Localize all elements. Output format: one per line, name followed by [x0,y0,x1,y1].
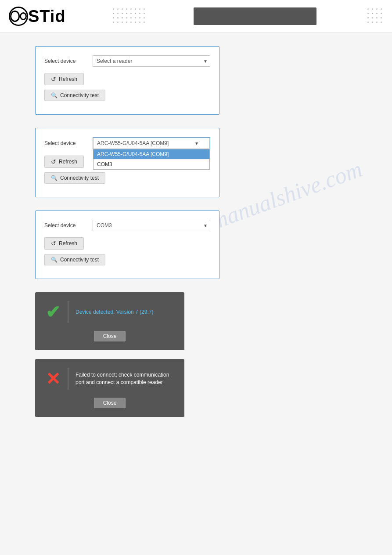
dialog-success-close-button[interactable]: Close [94,331,126,341]
panel-2-connectivity-button[interactable]: 🔍 Connectivity test [44,172,105,184]
panel-1-refresh-row: Refresh [44,73,210,85]
panel-3-refresh-row: Refresh [44,237,210,250]
panel-3-select[interactable]: COM3 [93,220,210,231]
panel-2-select-arrow: ▼ [194,141,199,146]
refresh-icon-2 [51,158,56,165]
header: STid [0,0,392,33]
dialog-error-divider [68,368,68,390]
logo-text: STid [28,7,66,26]
panel-3-select-wrapper: COM3 ▼ [93,220,210,231]
panel-2-refresh-label: Refresh [59,159,77,165]
dialog-error-content: ✕ Failed to connect; check communication… [46,368,174,390]
panel-3: Select device COM3 ▼ Refresh 🔍 Connectiv… [35,210,219,279]
logo-area: STid [9,7,66,26]
dialog-success: ✔ Device detected: Version 7 (29.7) Clos… [35,292,184,350]
dialog-success-divider [68,301,68,323]
panel-2: Select device ARC-W55-G/U04-5AA [COM9] ▼… [35,128,219,197]
panel-2-select-wrapper: ARC-W55-G/U04-5AA [COM9] ▼ ARC-W55-G/U04… [93,137,210,149]
panel-2-refresh-button[interactable]: Refresh [44,156,84,168]
panel-2-connectivity-row: 🔍 Connectivity test [44,172,210,184]
search-icon: 🔍 [51,92,58,98]
panel-3-label: Select device [44,222,88,229]
panel-3-refresh-button[interactable]: Refresh [44,237,84,250]
dialog-error-message: Failed to connect; check communication p… [76,371,174,386]
panel-2-device-row: Select device ARC-W55-G/U04-5AA [COM9] ▼… [44,137,210,149]
panel-1-label: Select device [44,58,88,64]
refresh-icon-3 [51,240,56,247]
panel-3-connectivity-row: 🔍 Connectivity test [44,254,210,265]
panel-3-connectivity-button[interactable]: 🔍 Connectivity test [44,254,105,265]
panel-2-select-display[interactable]: ARC-W55-G/U04-5AA [COM9] ▼ [93,138,210,149]
watermark: manualshive.com [207,156,365,235]
panel-1-connectivity-label: Connectivity test [60,92,99,98]
dialog-error: ✕ Failed to connect; check communication… [35,359,184,417]
panel-1-refresh-label: Refresh [59,76,77,82]
panel-3-refresh-label: Refresh [59,240,77,247]
panel-1-select-wrapper: Select a reader ▼ [93,55,210,67]
header-bar [194,7,316,25]
panel-1-connectivity-row: 🔍 Connectivity test [44,90,210,101]
dropdown-option-2[interactable]: COM3 [94,159,209,169]
success-check-icon: ✔ [46,302,61,322]
dialog-error-close-button[interactable]: Close [94,398,126,408]
panel-3-connectivity-label: Connectivity test [60,257,99,263]
panel-1-connectivity-button[interactable]: 🔍 Connectivity test [44,90,105,101]
search-icon-3: 🔍 [51,257,58,263]
main-content: manualshive.com Select device Select a r… [0,33,392,439]
panel-1: Select device Select a reader ▼ Refresh … [35,46,219,115]
dropdown-option-1[interactable]: ARC-W55-G/U04-5AA [COM9] [94,149,209,159]
panel-2-label: Select device [44,140,88,146]
panel-2-dropdown-list: ARC-W55-G/U04-5AA [COM9] COM3 [93,149,210,170]
panel-2-selected-value: ARC-W55-G/U04-5AA [COM9] [97,140,169,146]
logo-icon [9,7,28,26]
search-icon-2: 🔍 [51,175,58,181]
dialog-success-content: ✔ Device detected: Version 7 (29.7) [46,301,174,323]
panel-1-device-row: Select device Select a reader ▼ [44,55,210,67]
error-cross-icon: ✕ [46,369,61,389]
refresh-icon [51,76,56,83]
panel-2-connectivity-label: Connectivity test [60,175,99,181]
dialog-success-message: Device detected: Version 7 (29.7) [76,308,153,316]
panel-1-select[interactable]: Select a reader [93,55,210,67]
panel-1-refresh-button[interactable]: Refresh [44,73,84,85]
panel-3-device-row: Select device COM3 ▼ [44,220,210,231]
